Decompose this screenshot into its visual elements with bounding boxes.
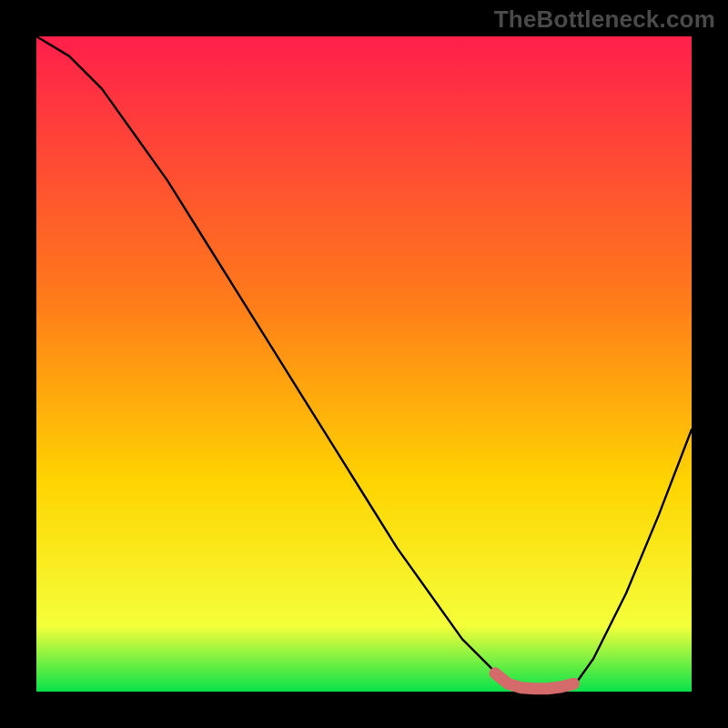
chart-frame: { "watermark": "TheBottleneck.com", "cha… [0,0,728,728]
bottleneck-chart [0,0,728,728]
watermark-text: TheBottleneck.com [494,5,715,34]
